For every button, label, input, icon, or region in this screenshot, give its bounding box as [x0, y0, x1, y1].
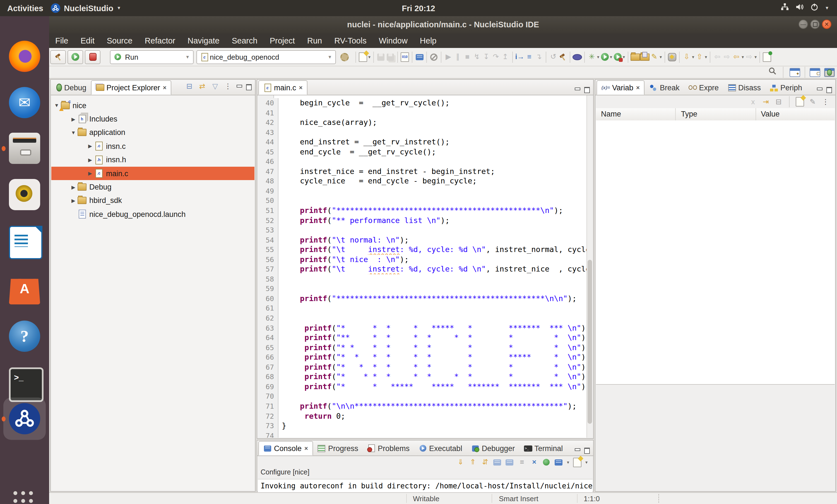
menu-help[interactable]: Help [414, 36, 443, 45]
dock-terminal[interactable]: >_ [9, 368, 40, 399]
console-clear-console-icon[interactable]: × [530, 456, 539, 468]
toolbar-mark-occurrences-icon[interactable] [667, 51, 677, 62]
dock-libreoffice-writer[interactable] [9, 226, 40, 257]
toolbar-binary-file-icon[interactable]: 010 [400, 51, 410, 62]
console-tab-executabl[interactable]: Executabl [414, 441, 467, 455]
close-tab-icon[interactable]: × [299, 84, 303, 91]
toolbar-show-frames-icon[interactable]: ≡ [524, 51, 534, 62]
dock-show-applications[interactable] [9, 487, 40, 504]
tree-item-includes[interactable]: ▶hIncludes [51, 112, 254, 126]
column-header-name[interactable]: Name [596, 108, 676, 120]
expander-icon[interactable]: ▶ [69, 116, 77, 122]
console-output[interactable]: Invoking autoreconf in build directory: … [258, 479, 593, 493]
minimize-view-button[interactable] [816, 87, 822, 92]
tree-item-application[interactable]: ▼application [51, 126, 254, 139]
toolbar-go-forward-menu[interactable]: ▾ [754, 54, 756, 59]
console-tab-debugger[interactable]: Debugger [467, 441, 519, 455]
toolbar-forward-history-icon[interactable]: ⇨ [722, 51, 732, 62]
console-scroll-to-bottom-icon[interactable]: ⇓ [456, 456, 465, 468]
console-show-when-stdout-icon[interactable] [493, 456, 502, 468]
menu-window[interactable]: Window [373, 36, 414, 45]
console-open-console-icon[interactable] [572, 456, 582, 468]
maximize-view-button[interactable] [584, 87, 590, 92]
editor-scrollbar[interactable] [586, 95, 593, 438]
toolbar-open-element-icon[interactable]: ✎ [649, 51, 659, 62]
explorer-filters-icon[interactable]: ▽ [210, 81, 220, 92]
toolbar-previous-annotation-icon[interactable]: ⇧ [695, 51, 704, 62]
toolbar-terminate-icon[interactable]: ■ [463, 51, 472, 62]
explorer-collapse-all-icon[interactable]: ⊟ [185, 81, 194, 92]
toolbar-skip-all-breakpoints-icon[interactable] [429, 51, 439, 62]
expander-icon[interactable]: ▶ [86, 157, 94, 163]
toolbar-resume-icon[interactable]: ▶ [444, 51, 453, 62]
toolbar-step-into-selection-icon[interactable]: ↴ [534, 51, 544, 62]
toolbar-debug-as-menu[interactable]: ▾ [597, 54, 599, 59]
tree-item-nice-debug-openocd-launch[interactable]: nice_debug_openocd.launch [51, 207, 254, 221]
menu-edit[interactable]: Edit [74, 36, 101, 45]
toolbar-next-annotation-icon[interactable]: ⇩ [682, 51, 691, 62]
variables-tab-break[interactable]: Break [645, 80, 684, 95]
variables-tab-disass[interactable]: Disass [723, 80, 765, 95]
minimize-view-button[interactable] [574, 87, 580, 92]
toolbar-console-view-icon[interactable] [415, 51, 424, 62]
dock-firefox[interactable] [9, 41, 40, 72]
toolbar-go-forward-icon[interactable]: ⇨ [744, 51, 754, 62]
menu-rv-tools[interactable]: RV-Tools [328, 36, 373, 45]
toolbar-previous-annotation-menu[interactable]: ▾ [705, 54, 707, 59]
tree-item-insn-c[interactable]: ▶.cinsn.c [51, 139, 254, 153]
build-button[interactable] [50, 50, 66, 64]
toolbar-suspend-icon[interactable]: ∥ [453, 51, 463, 62]
dock-ubuntu-software[interactable]: A [9, 273, 40, 304]
toolbar-debug-as-icon[interactable]: ✳ [587, 51, 596, 62]
variables-edit-watch-expression-icon[interactable]: ✎ [808, 96, 818, 107]
variables-view-menu-icon[interactable]: ⋮ [821, 96, 830, 107]
toolbar-run-as-menu[interactable]: ▾ [610, 54, 612, 59]
tree-item-nice[interactable]: ▼cnice [51, 99, 254, 112]
power-icon[interactable] [810, 3, 819, 13]
console-show-when-stderr-icon[interactable] [505, 456, 515, 468]
tree-item-debug[interactable]: ▶Debug [51, 180, 254, 194]
console-tab-terminal[interactable]: >_Terminal [519, 441, 567, 455]
console-show-next-previous-icon[interactable]: ⇵ [480, 456, 490, 468]
toolbar-pin-editor-icon[interactable] [762, 51, 772, 62]
activities-button[interactable]: Activities [7, 4, 43, 13]
explorer-tab-debug[interactable]: Debug [52, 80, 91, 95]
explorer-tab-project-explorer[interactable]: Project Explorer× [91, 80, 172, 95]
system-menu-caret-icon[interactable]: ▼ [825, 5, 829, 11]
toolbar-last-edit-menu[interactable]: ▾ [742, 54, 744, 59]
tree-item-main-c[interactable]: ▶.cmain.c [51, 167, 254, 180]
column-header-type[interactable]: Type [676, 108, 756, 120]
window-titlebar[interactable]: nuclei - nice/application/main.c - Nucle… [49, 16, 837, 34]
console-scroll-to-top-icon[interactable]: ⇑ [468, 456, 478, 468]
console-open-console-menu[interactable]: ▾ [585, 460, 588, 465]
console-word-wrap-icon[interactable]: ≡ [517, 456, 527, 468]
variables-tab-variab[interactable]: (x)=Variab× [596, 80, 645, 95]
toolbar-disconnect-icon[interactable]: ↯ [472, 51, 482, 62]
menu-search[interactable]: Search [226, 36, 264, 45]
volume-icon[interactable] [795, 3, 804, 13]
expander-icon[interactable]: ▼ [69, 130, 77, 135]
app-indicator[interactable]: NucleiStudio ▼ [51, 3, 121, 13]
maximize-button[interactable] [810, 19, 820, 29]
dock-files[interactable] [9, 133, 40, 164]
toolbar-step-return-icon[interactable]: ↥ [500, 51, 510, 62]
variables-tab-expre[interactable]: Expre [684, 80, 724, 95]
menu-source[interactable]: Source [101, 36, 139, 45]
console-display-console-menu[interactable]: ▾ [567, 460, 569, 465]
launch-mode-combo[interactable]: Run ▼ [110, 50, 194, 64]
minimize-view-button[interactable] [236, 84, 242, 89]
maximize-view-button[interactable] [826, 87, 832, 92]
console-tab-problems[interactable]: Problems [363, 441, 414, 455]
dock-thunderbird[interactable]: ✉ [9, 87, 40, 118]
toolbar-last-edit-location-icon[interactable]: ⇦ [732, 51, 741, 62]
column-header-value[interactable]: Value [756, 108, 835, 120]
expander-icon[interactable]: ▶ [86, 171, 94, 176]
toolbar-open-project-icon[interactable] [630, 51, 640, 62]
scrollbar-thumb[interactable] [588, 260, 592, 424]
toolbar-build-all-icon[interactable] [558, 51, 568, 62]
minimize-view-button[interactable] [574, 448, 580, 453]
console-tab-console[interactable]: Console× [259, 441, 313, 455]
toolbar-import-project-icon[interactable] [640, 51, 649, 62]
tree-item-insn-h[interactable]: ▶.hinsn.h [51, 153, 254, 167]
minimize-button[interactable]: — [799, 19, 808, 29]
